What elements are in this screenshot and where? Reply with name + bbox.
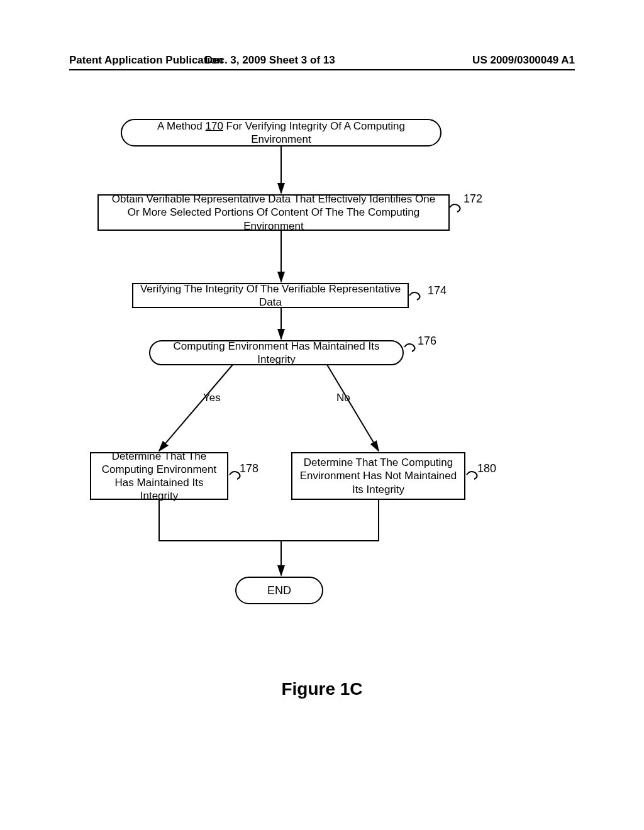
flow-step-178: Determine That The Computing Environment… xyxy=(90,452,228,500)
ref-176: 176 xyxy=(418,335,436,348)
flow-step-172: Obtain Verifiable Representative Data Th… xyxy=(97,194,450,231)
header-center: Dec. 3, 2009 Sheet 3 of 13 xyxy=(205,54,335,67)
header-left: Patent Application Publication xyxy=(69,54,223,67)
branch-no: No xyxy=(336,392,350,404)
page: Patent Application Publication Dec. 3, 2… xyxy=(0,0,644,830)
ref-178: 178 xyxy=(240,462,258,475)
ref-172: 172 xyxy=(464,192,482,206)
flow-step-180: Determine That The Computing Environment… xyxy=(291,452,465,500)
ref-180: 180 xyxy=(477,462,496,475)
header-right: US 2009/0300049 A1 xyxy=(472,54,575,67)
ref-174: 174 xyxy=(428,284,447,297)
method-number: 170 xyxy=(206,120,223,132)
flow-end: END xyxy=(235,577,323,604)
flow-step-174: Verifying The Integrity Of The Verifiabl… xyxy=(132,283,409,308)
flow-decision-176: Computing Environment Has Maintained Its… xyxy=(149,340,404,365)
branch-yes: Yes xyxy=(203,392,221,404)
svg-line-3 xyxy=(159,365,233,451)
flow-title: A Method 170 For Verifying Integrity Of … xyxy=(121,119,441,147)
page-header: Patent Application Publication Dec. 3, 2… xyxy=(69,54,575,70)
figure-caption: Figure 1C xyxy=(0,679,644,699)
svg-line-4 xyxy=(327,365,379,451)
